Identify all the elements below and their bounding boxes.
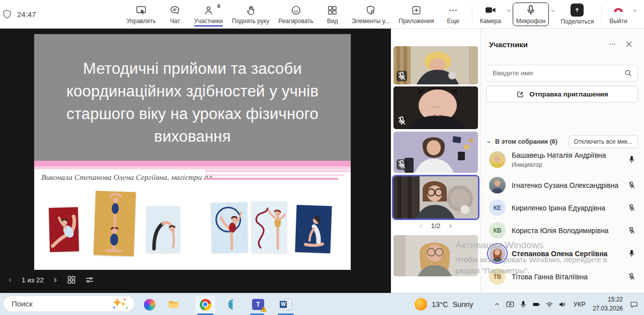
toolbar-item-manage[interactable]: Управлять <box>122 2 160 27</box>
participant-row-speaking[interactable]: Степанова Олена Сергіївна <box>481 242 644 265</box>
participant-row[interactable]: Ігнатенко Сузана Олександрівна <box>481 174 644 196</box>
taskbar-clock[interactable]: 15:22 27.03.2026 <box>593 295 623 313</box>
tray-speaker-icon[interactable] <box>556 300 569 308</box>
sun-icon <box>415 298 427 310</box>
gymnast-tile-acro-pair <box>94 191 136 257</box>
copilot-icon <box>144 299 155 310</box>
teams-meeting-window: 24:47 Управлять Чат 6 Участники <box>0 0 644 315</box>
people-icon: 6 <box>203 4 214 16</box>
toolbar-item-meeting-elements[interactable]: Элементы у... <box>347 2 394 27</box>
participant-row[interactable]: КВ Користа Юлія Володимирівна <box>481 219 644 242</box>
video-tile-2[interactable] <box>393 86 478 129</box>
taskbar-app-wave[interactable] <box>220 296 240 313</box>
word-icon: W <box>280 299 292 310</box>
toolbar-item-view[interactable]: Вид <box>318 2 347 27</box>
weather-desc: Sunny <box>452 300 473 308</box>
leave-button[interactable]: Выйти <box>606 3 631 26</box>
shield-gear-icon <box>365 4 376 16</box>
toolbar-item-label: Участники <box>194 18 223 25</box>
taskbar-search-box[interactable]: Поиск <box>3 295 135 312</box>
ellipsis-icon <box>447 4 459 16</box>
toolbar-item-participants[interactable]: 6 Участники <box>190 2 227 27</box>
mic-off-icon[interactable] <box>626 203 637 212</box>
taskbar-app-teams[interactable]: T <box>248 296 268 313</box>
tray-microphone-icon[interactable] <box>517 300 530 308</box>
microphone-button[interactable]: Микрофон <box>513 3 549 26</box>
share-button[interactable]: Поделиться <box>557 2 597 27</box>
panel-more-button[interactable] <box>604 38 621 51</box>
mic-off-icon[interactable] <box>626 226 637 235</box>
participants-count-badge: 6 <box>217 3 220 9</box>
mic-on-icon[interactable] <box>626 249 637 258</box>
prev-slide-button[interactable] <box>7 277 14 283</box>
send-invite-label: Отправка приглашения <box>529 90 608 98</box>
camera-options-chevron[interactable] <box>506 8 512 14</box>
video-next-page-button[interactable] <box>447 223 453 229</box>
participant-row[interactable]: КЕ Кириленко Ірина Едуардівна <box>481 196 644 219</box>
taskbar-date: 27.03.2026 <box>593 304 623 313</box>
slide: Методичні прийоми та засоби координаційн… <box>34 34 351 270</box>
toolbar-item-chat[interactable]: Чат <box>160 2 190 27</box>
toolbar-item-react[interactable]: Реагировать <box>274 2 318 27</box>
send-invite-button[interactable]: Отправка приглашения <box>486 86 638 102</box>
mute-all-button[interactable]: Отключить все мик... <box>569 135 638 148</box>
warning-badge-icon <box>260 306 267 312</box>
raise-hand-icon <box>245 4 257 16</box>
video-prev-page-button[interactable] <box>418 223 424 229</box>
tray-screen-share-icon[interactable] <box>504 300 517 309</box>
taskbar-weather-widget[interactable]: 13°C Sunny <box>415 293 473 315</box>
taskbar-app-explorer[interactable] <box>164 296 184 313</box>
participant-search-input[interactable] <box>492 69 624 77</box>
video-tile-4-active-speaker[interactable] <box>392 175 479 220</box>
mic-off-icon[interactable] <box>626 181 637 189</box>
notification-center-icon[interactable] <box>629 300 639 309</box>
presentation-stage: Методичні прийоми та засоби координаційн… <box>0 29 391 293</box>
microphone-label: Микрофон <box>516 18 545 25</box>
pink-stripe <box>205 178 338 180</box>
video-tile-5[interactable] <box>393 235 478 276</box>
meeting-timer: 24:47 <box>5 9 36 20</box>
participant-search-field[interactable] <box>486 65 638 81</box>
slide-grid-button[interactable] <box>66 275 76 285</box>
taskbar-time: 15:22 <box>593 295 623 304</box>
share-label: Поделиться <box>560 18 594 25</box>
camera-button[interactable]: Камера <box>476 3 505 26</box>
gymnast-illustrations <box>34 187 351 270</box>
microphone-options-chevron[interactable] <box>550 8 556 14</box>
participant-row[interactable]: Башавець Наталія Андріївна Инициатор <box>481 148 644 171</box>
video-tile-3[interactable] <box>393 132 478 173</box>
taskbar-app-word[interactable]: W <box>276 296 296 313</box>
video-tile-1[interactable] <box>393 46 478 84</box>
bing-sparkle-icon <box>111 297 128 310</box>
panel-close-button[interactable] <box>621 38 637 50</box>
next-slide-button[interactable] <box>52 277 58 283</box>
chevron-down-icon[interactable] <box>486 139 492 145</box>
tray-battery-icon[interactable] <box>530 300 543 308</box>
language-indicator[interactable]: УКР <box>573 300 586 308</box>
taskbar-app-chrome[interactable] <box>195 296 215 313</box>
gymnast-tile-ribbon <box>252 201 287 253</box>
tray-wifi-icon[interactable] <box>543 300 556 308</box>
section-label[interactable]: В этом собрании (6) <box>495 138 557 145</box>
mic-on-icon[interactable] <box>626 155 637 164</box>
toolbar-item-more[interactable]: Еще <box>439 2 468 27</box>
share-invite-icon <box>516 90 525 99</box>
slide-settings-button[interactable] <box>85 275 95 285</box>
avatar-initials: КВ <box>489 222 506 239</box>
avatar-speaking <box>489 245 506 262</box>
gymnast-tile-seated <box>295 205 332 253</box>
participant-role: Инициатор <box>512 161 542 168</box>
toolbar-item-apps[interactable]: Приложения <box>394 2 439 27</box>
leave-options-chevron[interactable] <box>632 8 638 14</box>
pink-stripe <box>205 174 345 176</box>
toolbar-item-raise-hand[interactable]: Поднять руку <box>227 2 274 27</box>
slide-title-block: Методичні прийоми та засоби координаційн… <box>34 34 351 161</box>
participant-row[interactable]: ТВ Тітова Ганна Віталіївна <box>481 265 644 288</box>
slide-byline: Виконала Степанова Олена Сергіївна, магі… <box>41 173 212 182</box>
teal-swirl-icon <box>224 298 236 310</box>
grid-view-icon <box>327 4 338 16</box>
taskbar-app-copilot[interactable] <box>139 296 159 313</box>
tray-chevron-up-icon[interactable] <box>491 301 504 308</box>
mic-off-icon[interactable] <box>626 272 637 281</box>
slide-title-line: Методичні прийоми та засоби <box>83 57 302 80</box>
